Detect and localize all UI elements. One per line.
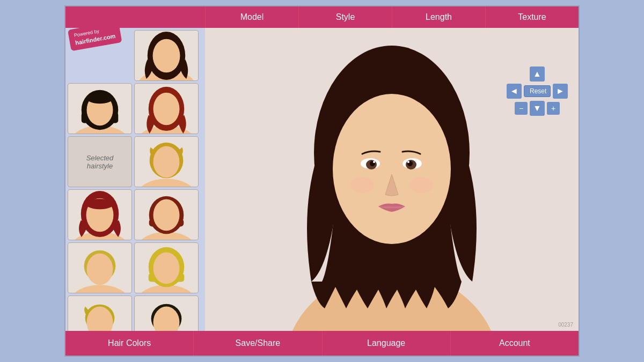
svg-point-10 <box>153 93 180 125</box>
svg-point-21 <box>153 200 180 231</box>
svg-point-13 <box>153 146 180 178</box>
bottom-nav-account[interactable]: Account <box>451 331 579 356</box>
svg-point-59 <box>350 177 374 193</box>
hairstyle-row-2: Selected hairstyle <box>68 136 203 187</box>
powered-by-section: Powered by hairfinder.com <box>68 30 132 81</box>
hairstyle-row-4 <box>68 242 203 293</box>
svg-point-24 <box>87 254 113 285</box>
nav-down-button[interactable]: ▼ <box>530 101 545 116</box>
reset-button[interactable]: Reset <box>524 85 551 97</box>
svg-point-11 <box>137 179 195 187</box>
hairstyle-row-3 <box>68 189 203 240</box>
canvas-area: ▲ ◄ Reset ► − ▼ + <box>205 28 579 331</box>
sidebar: Powered by hairfinder.com <box>65 28 205 331</box>
bottom-nav-save-share[interactable]: Save/Share <box>194 331 322 356</box>
bottom-nav: Hair Colors Save/Share Language Account <box>65 331 579 356</box>
bottom-nav-hair-colors[interactable]: Hair Colors <box>65 331 194 356</box>
bottom-nav-language[interactable]: Language <box>323 331 451 356</box>
watermark: 00237 <box>558 322 573 328</box>
nav-left-button[interactable]: ◄ <box>507 84 522 99</box>
svg-point-54 <box>373 161 375 163</box>
sidebar-first-row: Powered by hairfinder.com <box>65 28 205 81</box>
nav-minus-button[interactable]: − <box>515 102 528 115</box>
svg-point-58 <box>407 161 409 163</box>
nav-row-down: − ▼ + <box>515 101 560 116</box>
main-model <box>263 28 521 331</box>
top-nav: Model Style Length Texture <box>65 6 579 28</box>
svg-point-2 <box>153 39 180 73</box>
hairstyle-thumb-selected[interactable]: Selected hairstyle <box>68 136 132 187</box>
nav-row-middle: ◄ Reset ► <box>507 84 568 99</box>
svg-point-60 <box>409 177 433 193</box>
hairstyle-thumb-11[interactable] <box>68 295 132 331</box>
hairstyle-thumb-1[interactable] <box>134 30 199 81</box>
app-container: Model Style Length Texture Powered by ha… <box>64 5 580 357</box>
hairstyle-thumb-9[interactable] <box>68 242 132 293</box>
svg-point-7 <box>87 93 113 104</box>
nav-row-up: ▲ <box>530 67 545 82</box>
powered-by-badge: Powered by hairfinder.com <box>68 28 122 51</box>
hairstyle-thumb-7[interactable] <box>68 189 132 240</box>
tab-model[interactable]: Model <box>205 6 298 28</box>
svg-point-50 <box>333 94 451 244</box>
hairstyle-grid: Selected hairstyle <box>65 81 205 331</box>
hairstyle-thumb-3[interactable] <box>68 83 132 134</box>
hairstyle-thumb-4[interactable] <box>134 83 199 134</box>
hairstyle-thumb-8[interactable] <box>134 189 199 240</box>
hairstyle-row-1 <box>68 83 203 134</box>
nav-controls: ▲ ◄ Reset ► − ▼ + <box>507 65 568 117</box>
hairstyle-thumb-12[interactable] <box>134 295 199 331</box>
main-content: Powered by hairfinder.com <box>65 28 579 331</box>
hairstyle-thumb-10[interactable] <box>134 242 199 293</box>
hairstyle-thumb-6[interactable] <box>134 136 199 187</box>
svg-point-17 <box>86 199 114 210</box>
svg-point-28 <box>153 253 180 284</box>
hairstyle-row-5 <box>68 295 203 331</box>
selected-label: Selected hairstyle <box>74 154 126 170</box>
nav-right-button[interactable]: ► <box>553 84 568 99</box>
tab-texture[interactable]: Texture <box>485 6 579 28</box>
tab-style[interactable]: Style <box>298 6 392 28</box>
nav-plus-button[interactable]: + <box>547 102 560 115</box>
top-nav-spacer <box>65 6 205 28</box>
svg-point-22 <box>71 285 129 293</box>
nav-up-button[interactable]: ▲ <box>530 67 545 82</box>
tab-length[interactable]: Length <box>392 6 485 28</box>
